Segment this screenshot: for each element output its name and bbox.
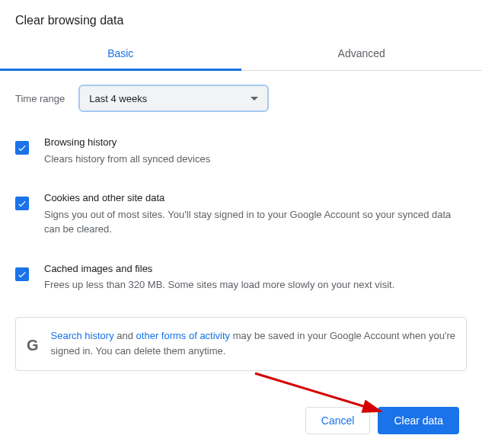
cancel-button[interactable]: Cancel — [305, 407, 371, 434]
clear-data-button[interactable]: Clear data — [378, 407, 459, 434]
time-range-value: Last 4 weeks — [89, 93, 147, 104]
option-description: Frees up less than 320 MB. Some sites ma… — [44, 277, 467, 293]
time-range-select[interactable]: Last 4 weeks — [78, 85, 269, 112]
dialog-footer: Cancel Clear data — [0, 393, 482, 448]
check-icon — [17, 269, 27, 280]
search-history-link[interactable]: Search history — [51, 330, 114, 341]
option-browsing-history: Browsing history Clears history from all… — [15, 135, 467, 166]
check-icon — [17, 198, 27, 209]
option-description: Clears history from all synced devices — [44, 152, 467, 167]
check-icon — [17, 142, 27, 153]
google-account-info: G Search history and other forms of acti… — [15, 317, 467, 372]
option-title: Cached images and files — [44, 261, 467, 277]
checkbox-cached[interactable] — [15, 267, 29, 281]
google-logo-icon: G — [27, 333, 39, 357]
time-range-label: Time range — [15, 93, 65, 104]
tab-advanced[interactable]: Advanced — [241, 37, 483, 70]
time-range-row: Time range Last 4 weeks — [15, 85, 467, 112]
info-text: Search history and other forms of activi… — [51, 328, 455, 360]
option-description: Signs you out of most sites. You'll stay… — [44, 207, 467, 237]
checkbox-cookies[interactable] — [15, 197, 29, 210]
chevron-down-icon — [251, 97, 258, 101]
option-cookies: Cookies and other site data Signs you ou… — [15, 190, 467, 237]
other-activity-link[interactable]: other forms of activity — [136, 330, 231, 341]
tab-basic[interactable]: Basic — [0, 37, 241, 70]
option-title: Browsing history — [44, 135, 467, 150]
options-scroll-area[interactable]: Time range Last 4 weeks Browsing history… — [0, 71, 482, 374]
checkbox-browsing-history[interactable] — [15, 141, 29, 155]
tabs: Basic Advanced — [0, 37, 482, 71]
option-title: Cookies and other site data — [44, 190, 467, 206]
option-cached: Cached images and files Frees up less th… — [15, 261, 467, 293]
dialog-title: Clear browsing data — [0, 0, 482, 37]
